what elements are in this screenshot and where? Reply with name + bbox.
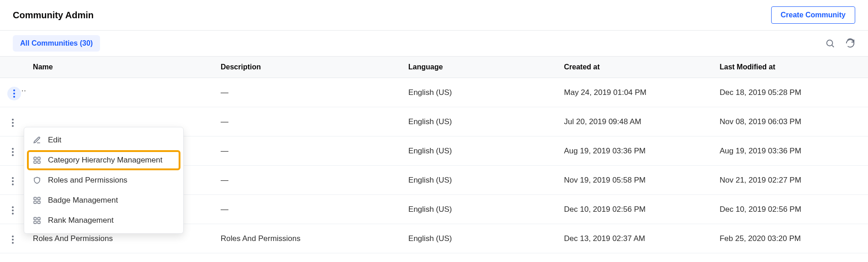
cell-created: Dec 10, 2019 02:56 PM xyxy=(557,195,713,224)
filter-all-communities[interactable]: All Communities (30) xyxy=(13,35,100,52)
svg-rect-10 xyxy=(34,217,36,220)
create-community-button[interactable]: Create Community xyxy=(771,6,855,24)
cell-description: — xyxy=(213,136,401,166)
svg-rect-7 xyxy=(38,197,40,199)
row-menu-icon[interactable] xyxy=(9,174,16,188)
svg-rect-6 xyxy=(34,197,36,199)
svg-rect-12 xyxy=(34,221,36,224)
col-header-created[interactable]: Created at xyxy=(557,57,713,78)
cell-modified: Dec 18, 2019 05:28 PM xyxy=(712,78,868,107)
cell-description: — xyxy=(213,253,401,262)
layout-icon xyxy=(32,196,42,205)
cell-name: Prod EnCom xyxy=(26,253,213,262)
row-menu-icon[interactable] xyxy=(9,233,16,246)
cell-modified: Nov 21, 2019 02:27 PM xyxy=(712,166,868,195)
col-header-name[interactable]: Name xyxy=(26,57,213,78)
cell-modified: Apr 26, 2020 10:30 PM xyxy=(712,253,868,262)
cell-language: English (US) xyxy=(401,195,557,224)
table-row[interactable]: Prod EnCom — English (US) Dec 16, 2019 0… xyxy=(0,253,868,262)
menu-item-edit[interactable]: Edit xyxy=(24,130,183,150)
cell-created: Dec 16, 2019 02:46 PM xyxy=(557,253,713,262)
menu-item-label: Edit xyxy=(48,136,61,145)
cell-modified: Nov 08, 2019 06:03 PM xyxy=(712,107,868,136)
menu-item-label: Rank Management xyxy=(48,216,114,225)
svg-rect-8 xyxy=(34,201,36,204)
svg-rect-2 xyxy=(34,157,36,159)
refresh-icon[interactable] xyxy=(845,38,855,48)
cell-created: Aug 19, 2019 03:36 PM xyxy=(557,136,713,166)
svg-rect-5 xyxy=(38,161,40,163)
cell-description: — xyxy=(213,78,401,107)
row-menu-icon[interactable] xyxy=(9,116,16,130)
cell-created: Dec 13, 2019 02:37 AM xyxy=(557,224,713,253)
menu-item-badge-management[interactable]: Badge Management xyxy=(24,190,183,210)
cell-modified: Feb 25, 2020 03:20 PM xyxy=(712,224,868,253)
menu-item-category-hierarchy[interactable]: Category Hierarchy Management xyxy=(28,151,180,169)
cell-created: Jul 20, 2019 09:48 AM xyxy=(557,107,713,136)
menu-item-roles-permissions[interactable]: Roles and Permissions xyxy=(24,170,183,190)
menu-item-label: Category Hierarchy Management xyxy=(48,156,162,165)
col-header-description[interactable]: Description xyxy=(213,57,401,78)
col-header-modified[interactable]: Last Modified at xyxy=(712,57,868,78)
col-header-language[interactable]: Language xyxy=(401,57,557,78)
cell-language: English (US) xyxy=(401,136,557,166)
row-context-menu: Edit Category Hierarchy Management Roles… xyxy=(24,127,184,234)
cell-name xyxy=(26,78,213,107)
shield-icon xyxy=(32,176,42,185)
cell-modified: Dec 10, 2019 02:56 PM xyxy=(712,195,868,224)
svg-rect-11 xyxy=(38,217,40,220)
cell-created: Nov 19, 2019 05:58 PM xyxy=(557,166,713,195)
search-icon[interactable] xyxy=(825,38,835,48)
svg-rect-13 xyxy=(38,221,40,224)
cell-description: — xyxy=(213,166,401,195)
menu-item-label: Badge Management xyxy=(48,196,118,205)
row-menu-icon[interactable] xyxy=(9,204,16,217)
cell-language: English (US) xyxy=(401,107,557,136)
table-row[interactable]: — English (US) May 24, 2019 01:04 PM Dec… xyxy=(0,78,868,107)
row-menu-icon[interactable] xyxy=(9,145,16,159)
cell-description: Roles And Permissions xyxy=(213,224,401,253)
pencil-icon xyxy=(32,136,42,145)
svg-rect-3 xyxy=(38,157,40,159)
menu-item-rank-management[interactable]: Rank Management xyxy=(24,210,183,231)
cell-description: — xyxy=(213,195,401,224)
cell-language: English (US) xyxy=(401,78,557,107)
svg-rect-4 xyxy=(34,161,36,163)
svg-rect-9 xyxy=(38,201,40,204)
col-header-menu xyxy=(0,57,26,78)
layout-icon xyxy=(32,216,42,225)
cell-language: English (US) xyxy=(401,224,557,253)
menu-item-label: Roles and Permissions xyxy=(48,176,127,185)
cell-modified: Aug 19, 2019 03:36 PM xyxy=(712,136,868,166)
layout-icon xyxy=(32,156,42,165)
page-title: Community Admin xyxy=(13,10,94,21)
svg-point-0 xyxy=(827,40,833,46)
cell-language: English (US) xyxy=(401,253,557,262)
cell-language: English (US) xyxy=(401,166,557,195)
row-menu-icon[interactable] xyxy=(7,87,21,100)
svg-line-1 xyxy=(832,45,834,47)
cell-created: May 24, 2019 01:04 PM xyxy=(557,78,713,107)
cell-description: — xyxy=(213,107,401,136)
